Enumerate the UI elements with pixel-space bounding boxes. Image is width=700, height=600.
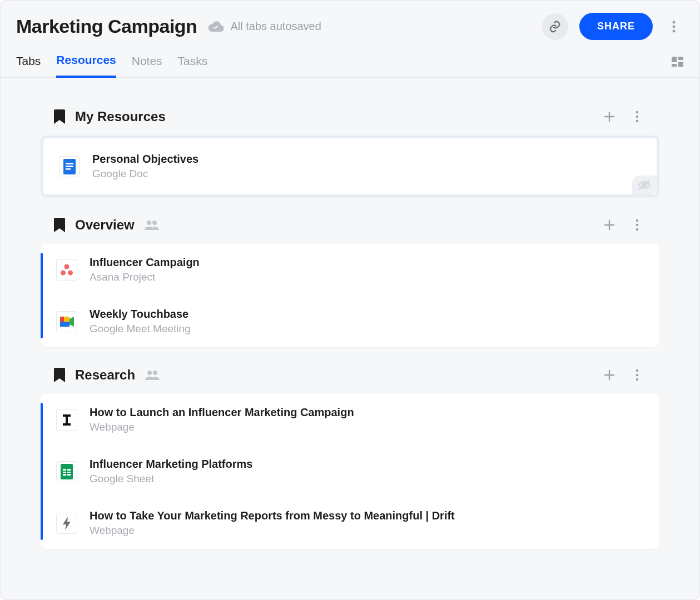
- cloud-check-icon: [208, 21, 225, 33]
- plus-icon: [604, 369, 615, 381]
- section-research: Research: [41, 366, 659, 549]
- section-more-button[interactable]: [628, 108, 646, 126]
- resource-row[interactable]: Weekly Touchbase Google Meet Meeting: [41, 296, 659, 347]
- resource-text: Influencer Marketing Platforms Google Sh…: [90, 458, 252, 485]
- section-header: Research: [41, 366, 659, 384]
- svg-rect-15: [66, 168, 71, 170]
- layout-toggle-button[interactable]: [672, 56, 684, 68]
- resource-card: How to Launch an Influencer Marketing Ca…: [41, 394, 659, 549]
- app-window: Marketing Campaign All tabs autosaved SH…: [0, 0, 700, 600]
- svg-rect-14: [66, 166, 73, 167]
- resource-text: How to Launch an Influencer Marketing Ca…: [90, 406, 354, 433]
- resource-title: Influencer Campaign: [90, 256, 200, 269]
- resource-subtitle: Webpage: [90, 421, 354, 433]
- visibility-badge[interactable]: [632, 176, 657, 194]
- google-meet-icon: [56, 311, 77, 332]
- svg-point-0: [673, 21, 676, 23]
- resource-title: Personal Objectives: [92, 153, 198, 166]
- section-more-button[interactable]: [628, 366, 646, 384]
- section-add-button[interactable]: [600, 366, 618, 384]
- svg-rect-3: [672, 57, 677, 62]
- section-more-button[interactable]: [628, 216, 646, 234]
- resource-row[interactable]: Influencer Campaign Asana Project: [41, 244, 659, 296]
- letter-i-icon: [56, 409, 77, 431]
- plus-icon: [604, 219, 615, 231]
- resource-text: Influencer Campaign Asana Project: [90, 256, 200, 283]
- bookmark-icon: [54, 368, 65, 382]
- resource-row[interactable]: Personal Objectives Google Doc: [43, 141, 657, 192]
- google-sheet-icon: [56, 461, 77, 482]
- section-add-button[interactable]: [600, 216, 618, 234]
- svg-point-10: [636, 116, 639, 118]
- svg-point-34: [153, 371, 157, 375]
- resource-text: How to Take Your Marketing Reports from …: [90, 509, 455, 537]
- section-header: My Resources: [41, 108, 659, 126]
- more-vertical-icon: [636, 111, 639, 123]
- google-doc-icon: [59, 156, 80, 177]
- people-icon: [145, 370, 160, 380]
- share-button[interactable]: SHARE: [579, 13, 653, 40]
- svg-rect-6: [672, 64, 677, 67]
- eye-off-icon: [638, 179, 651, 191]
- tab-tasks[interactable]: Tasks: [178, 47, 208, 77]
- svg-rect-31: [60, 322, 69, 327]
- resource-row[interactable]: How to Launch an Influencer Marketing Ca…: [41, 394, 659, 446]
- more-vertical-icon: [672, 21, 676, 33]
- autosave-label: All tabs autosaved: [230, 20, 321, 33]
- svg-point-39: [636, 378, 639, 381]
- resource-text: Weekly Touchbase Google Meet Meeting: [90, 308, 191, 335]
- resource-row[interactable]: Influencer Marketing Platforms Google Sh…: [41, 446, 659, 497]
- section-overview: Overview: [41, 216, 659, 347]
- tab-resources[interactable]: Resources: [56, 46, 116, 78]
- resource-row[interactable]: How to Take Your Marketing Reports from …: [41, 497, 659, 549]
- page-title: Marketing Campaign: [16, 16, 197, 37]
- svg-point-24: [636, 228, 639, 231]
- svg-marker-32: [69, 317, 74, 327]
- resource-card: Influencer Campaign Asana Project: [41, 244, 659, 347]
- resource-text: Personal Objectives Google Doc: [92, 153, 198, 180]
- svg-point-27: [68, 270, 73, 275]
- svg-rect-5: [678, 62, 683, 67]
- resource-subtitle: Google Sheet: [90, 473, 252, 485]
- section-title: My Resources: [75, 109, 166, 124]
- resource-subtitle: Google Doc: [92, 168, 198, 180]
- svg-point-11: [636, 120, 639, 123]
- resource-card: Personal Objectives Google Doc: [41, 136, 659, 197]
- resource-subtitle: Webpage: [90, 524, 455, 537]
- bookmark-icon: [54, 218, 65, 232]
- plus-icon: [604, 111, 615, 122]
- svg-rect-4: [678, 57, 683, 60]
- svg-point-1: [673, 25, 676, 28]
- bookmark-icon: [54, 109, 65, 124]
- section-header: Overview: [41, 216, 659, 234]
- svg-point-23: [636, 224, 639, 227]
- copy-link-button[interactable]: [542, 13, 568, 40]
- tab-notes[interactable]: Notes: [132, 47, 162, 77]
- svg-point-9: [636, 111, 639, 114]
- more-vertical-icon: [636, 219, 639, 231]
- svg-rect-29: [60, 317, 64, 322]
- svg-point-37: [636, 369, 639, 372]
- more-vertical-icon: [636, 369, 639, 381]
- header: Marketing Campaign All tabs autosaved SH…: [1, 1, 699, 46]
- link-icon: [548, 20, 562, 33]
- svg-point-33: [147, 371, 152, 375]
- svg-point-2: [673, 29, 676, 32]
- svg-rect-13: [66, 163, 73, 164]
- header-more-button[interactable]: [664, 13, 684, 40]
- content-body: My Resources: [1, 78, 699, 571]
- svg-rect-42: [63, 423, 71, 426]
- section-add-button[interactable]: [600, 108, 618, 126]
- svg-point-26: [61, 270, 66, 275]
- tab-tabs[interactable]: Tabs: [16, 47, 41, 77]
- section-my-resources: My Resources: [41, 108, 659, 197]
- resource-subtitle: Google Meet Meeting: [90, 323, 191, 335]
- svg-point-19: [152, 221, 157, 225]
- resource-title: Weekly Touchbase: [90, 308, 191, 321]
- resource-title: How to Take Your Marketing Reports from …: [90, 509, 455, 522]
- svg-rect-30: [64, 317, 69, 322]
- section-title: Research: [75, 367, 135, 383]
- svg-point-22: [636, 219, 639, 222]
- resource-subtitle: Asana Project: [90, 271, 200, 283]
- svg-point-25: [64, 264, 69, 269]
